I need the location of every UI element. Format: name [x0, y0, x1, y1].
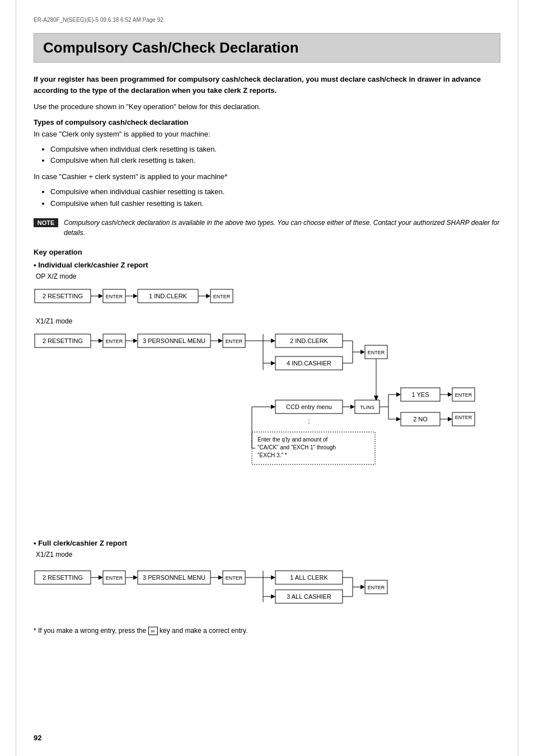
svg-marker-70: [448, 417, 452, 421]
svg-text:2  RESETTING: 2 RESETTING: [43, 293, 83, 299]
note-label: NOTE: [34, 218, 58, 227]
note-box: NOTE Compulsory cash/check declaration i…: [34, 218, 500, 238]
svg-text:1  ALL  CLERK: 1 ALL CLERK: [290, 574, 328, 581]
svg-marker-66: [396, 417, 401, 421]
title-box: Compulsory Cash/Check Declaration: [34, 33, 500, 63]
svg-text:2  RESETTING: 2 RESETTING: [43, 574, 83, 581]
list-item: Compulsive when full cashier resetting i…: [50, 198, 500, 210]
x1z1-flow-diagram: 2 RESETTING ENTER 3 PERSONNEL MENU ENTER: [34, 328, 515, 530]
svg-marker-108: [360, 585, 365, 589]
svg-marker-83: [99, 575, 103, 580]
full-title: • Full clerk/cashier Z report: [34, 539, 500, 547]
list-item: Compulsive when full clerk resetting is …: [50, 155, 500, 167]
svg-text:3  PERSONNEL MENU: 3 PERSONNEL MENU: [143, 337, 205, 344]
svg-text:ENTER: ENTER: [455, 415, 472, 420]
note-text: Compulsory cash/check declaration is ava…: [64, 218, 500, 238]
svg-text:ENTER: ENTER: [226, 339, 243, 344]
list-item: Compulsive when individual cashier reset…: [50, 186, 500, 198]
full-flow-diagram: 2 RESETTING ENTER 3 PERSONNEL MENU ENTER: [34, 562, 459, 618]
header-text: ER-A280F_N(SEEG)(E)-5 09.6.18 6:52 AM Pa…: [34, 17, 500, 23]
page: ER-A280F_N(SEEG)(E)-5 09.6.18 6:52 AM Pa…: [0, 0, 534, 756]
svg-text:ENTER: ENTER: [368, 585, 385, 590]
svg-marker-48: [271, 405, 275, 409]
individual-title: • Individual clerk/cashier Z report: [34, 261, 500, 269]
svg-text:ENTER: ENTER: [213, 294, 231, 299]
border-left: [16, 0, 16, 756]
svg-text:ENTER: ENTER: [455, 392, 472, 398]
clerk-only-intro: In case "Clerk only system" is applied t…: [34, 130, 500, 138]
svg-text:1  IND.CLERK: 1 IND.CLERK: [149, 293, 188, 299]
svg-text:ENTER: ENTER: [106, 339, 123, 344]
svg-marker-101: [271, 594, 275, 599]
svg-marker-58: [396, 392, 401, 397]
svg-text:4  IND.CASHIER: 4 IND.CASHIER: [287, 360, 331, 367]
key-op-title: Key operation: [34, 248, 500, 256]
cashier-clerk-list: Compulsive when individual cashier reset…: [50, 186, 500, 210]
svg-text:3  PERSONNEL MENU: 3 PERSONNEL MENU: [143, 574, 205, 581]
svg-marker-21: [133, 339, 138, 343]
intro-normal: Use the procedure shown in "Key operatio…: [34, 101, 500, 112]
svg-marker-31: [271, 339, 275, 343]
svg-text:2  IND.CLERK: 2 IND.CLERK: [290, 337, 329, 344]
clerk-only-list: Compulsive when individual clerk resetti…: [50, 144, 500, 167]
svg-text:1  YES: 1 YES: [412, 391, 429, 398]
footnote-text2: key and make a correct entry.: [160, 627, 247, 635]
svg-marker-35: [271, 361, 275, 365]
svg-marker-97: [271, 575, 275, 580]
footnote-key: ∞: [148, 627, 158, 635]
svg-marker-17: [99, 339, 103, 343]
cashier-clerk-intro: In case "Cashier + clerk system" is appl…: [34, 172, 500, 181]
svg-text:"EXCH 3." *: "EXCH 3." *: [257, 452, 287, 458]
svg-text:Enter the q'ty and amount of: Enter the q'ty and amount of: [257, 436, 328, 443]
svg-text:ENTER: ENTER: [106, 294, 123, 299]
svg-marker-87: [133, 575, 138, 580]
svg-marker-7: [133, 294, 138, 298]
svg-text:2  RESETTING: 2 RESETTING: [43, 337, 83, 344]
types-heading: Types of compulsory cash/check declarati…: [34, 118, 500, 126]
page-title: Compulsory Cash/Check Declaration: [43, 39, 491, 57]
x1z1-label: X1/Z1 mode: [36, 317, 500, 325]
opxz-flow-diagram: 2 RESETTING ENTER 1 IND.CLERK ENTER: [34, 284, 397, 308]
footnote-text: * If you make a wrong entry, press the: [34, 627, 148, 635]
intro-bold: If your register has been programmed for…: [34, 74, 500, 96]
svg-text:ENTER: ENTER: [368, 350, 385, 355]
svg-marker-25: [218, 339, 223, 343]
svg-text:"CA/CK" and "EXCH 1" through: "CA/CK" and "EXCH 1" through: [257, 444, 336, 450]
svg-text:CCD entry menu: CCD entry menu: [286, 403, 332, 410]
page-number: 92: [34, 734, 41, 742]
svg-text::: :: [308, 417, 310, 425]
key-operation-section: Key operation • Individual clerk/cashier…: [34, 248, 500, 618]
list-item: Compulsive when individual clerk resetti…: [50, 144, 500, 156]
footnote: * If you make a wrong entry, press the ∞…: [34, 627, 500, 635]
svg-text:2  NO: 2 NO: [413, 416, 428, 422]
svg-marker-11: [206, 294, 210, 298]
border-right: [518, 0, 518, 756]
svg-marker-3: [99, 294, 103, 298]
svg-marker-91: [218, 575, 223, 580]
svg-marker-62: [448, 392, 452, 397]
full-x1z1-label: X1/Z1 mode: [36, 551, 500, 558]
svg-marker-52: [350, 405, 355, 409]
svg-text:ENTER: ENTER: [226, 575, 243, 581]
op-xz-label: OP X/Z mode: [36, 273, 500, 280]
svg-text:TLINS: TLINS: [360, 405, 374, 410]
svg-marker-42: [360, 350, 365, 354]
svg-text:ENTER: ENTER: [106, 575, 123, 581]
svg-text:3  ALL  CASHIER: 3 ALL CASHIER: [287, 593, 331, 600]
